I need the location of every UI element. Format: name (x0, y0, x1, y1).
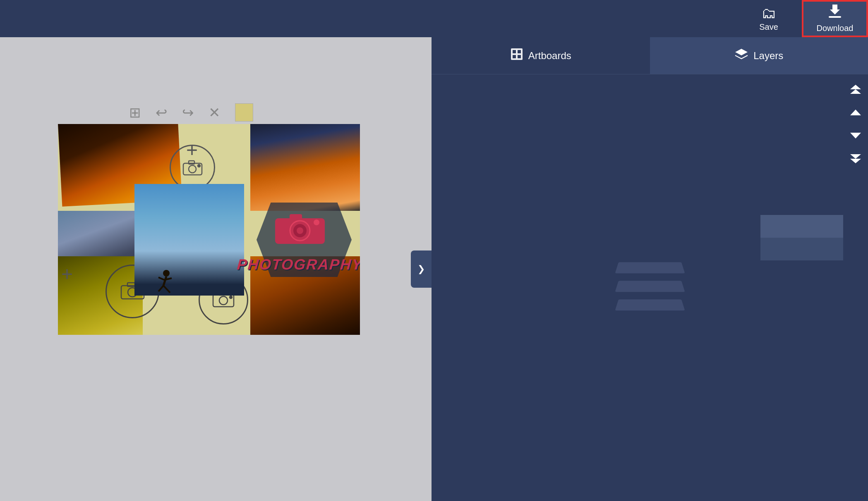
plus-icon-2: + (61, 262, 73, 285)
svg-line-23 (163, 286, 170, 293)
close-icon[interactable]: ✕ (209, 105, 220, 119)
svg-line-22 (158, 286, 163, 291)
svg-rect-18 (290, 214, 302, 220)
layer-shape-2 (615, 281, 685, 292)
photography-text: PHOTOGRAPHY (236, 256, 360, 273)
layers-tab-label: Layers (753, 50, 783, 62)
save-icon: 🗂 (761, 6, 776, 21)
download-label: Download (817, 24, 854, 33)
chevron-right-icon: ❯ (417, 264, 425, 274)
svg-point-19 (314, 219, 319, 225)
save-button[interactable]: 🗂 Save (736, 0, 802, 37)
svg-point-17 (297, 227, 303, 234)
svg-rect-30 (518, 55, 521, 58)
download-icon (827, 5, 843, 22)
right-sidebar: ❯ Artboards (432, 37, 868, 501)
layers-stack-icon (613, 255, 687, 321)
grid-icon[interactable]: ⊞ (129, 105, 141, 119)
layers-empty-state (432, 74, 868, 501)
svg-marker-31 (735, 49, 748, 55)
svg-point-5 (198, 165, 200, 167)
undo-icon[interactable]: ↩ (156, 105, 167, 119)
save-label: Save (759, 22, 778, 32)
svg-point-3 (189, 165, 196, 173)
svg-point-13 (230, 296, 232, 298)
photography-logo: PHOTOGRAPHY (244, 198, 356, 281)
svg-rect-4 (189, 161, 194, 164)
main-area: ⊞ ↩ ↪ ✕ + + + (0, 37, 868, 501)
svg-point-20 (163, 270, 170, 277)
sidebar-tabs: Artboards Layers (432, 37, 868, 74)
camera-big-icon (271, 207, 329, 256)
svg-rect-29 (513, 55, 516, 58)
svg-rect-28 (518, 50, 521, 53)
svg-point-11 (219, 296, 228, 305)
tab-artboards[interactable]: Artboards (432, 37, 650, 74)
photo-cell-sky (134, 184, 244, 296)
download-button[interactable]: Download (802, 0, 868, 37)
collage-inner: + + + (58, 124, 360, 335)
camera-circle-1 (170, 145, 215, 190)
photo-cell-sunset-ocean (250, 124, 360, 211)
svg-marker-1 (830, 5, 840, 14)
svg-rect-0 (829, 16, 841, 18)
layer-shape-3 (615, 299, 685, 310)
collage-canvas[interactable]: + + + (58, 124, 360, 335)
canvas-toolbar: ⊞ ↩ ↪ ✕ (129, 103, 253, 122)
svg-line-21 (163, 277, 166, 286)
tab-layers[interactable]: Layers (650, 37, 868, 74)
header: 🗂 Save Download (0, 0, 868, 37)
svg-rect-27 (513, 50, 516, 53)
artboards-tab-label: Artboards (528, 50, 571, 62)
color-swatch[interactable] (235, 103, 253, 122)
jumper-silhouette (155, 270, 178, 300)
layer-shape-1 (615, 262, 685, 273)
svg-line-24 (158, 277, 164, 280)
artboards-icon (510, 48, 523, 64)
layers-icon (734, 48, 748, 63)
canvas-area: ⊞ ↩ ↪ ✕ + + + (0, 37, 432, 501)
redo-icon[interactable]: ↪ (182, 105, 194, 119)
sidebar-toggle-button[interactable]: ❯ (411, 250, 432, 288)
